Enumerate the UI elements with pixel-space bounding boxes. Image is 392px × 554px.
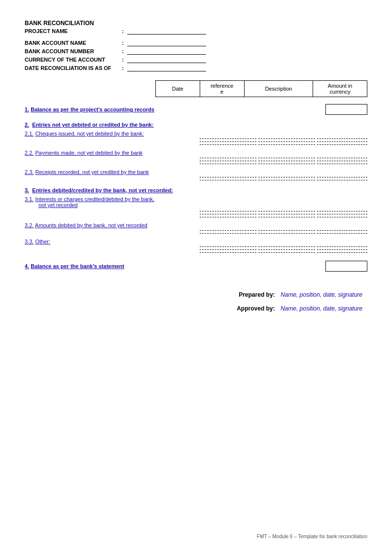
approved-value: Name, position, date, signature [281, 305, 362, 312]
page: BANK RECONCILIATION PROJECT NAME : BANK … [0, 0, 392, 554]
s33-lines [200, 246, 367, 253]
bank-account-number-label: BANK ACCOUNT NUMBER [25, 48, 118, 54]
s2-header: 2. Entries not yet debited or credited b… [25, 122, 367, 128]
s4-title: Balance as per the bank's statement [31, 263, 124, 269]
s23-num: 2.3. [25, 169, 34, 175]
s32-title: Amounts debited by the bank, not yet rec… [35, 222, 147, 228]
s33-title: Other: [35, 239, 50, 244]
s31-title: Interests or charges credited/debited by… [35, 196, 154, 202]
s21-title: Cheques issued, not yet debited by the b… [35, 131, 143, 137]
bank-account-number-row: BANK ACCOUNT NUMBER : [25, 48, 367, 55]
column-headers: Date reference e Description Amount in c… [25, 80, 367, 97]
prepared-row: Prepared by: Name, position, date, signa… [25, 291, 362, 298]
col-amount: Amount in currency [313, 81, 367, 97]
s1-balance-box[interactable] [325, 104, 367, 115]
bank-account-name-label: BANK ACCOUNT NAME [25, 40, 118, 46]
header-table: Date reference e Description Amount in c… [155, 80, 367, 97]
approved-label: Approved by: [237, 305, 275, 312]
footer: FMT – Module 6 – Template for bank recon… [257, 534, 367, 539]
s22-num: 2.2. [25, 150, 34, 156]
date-input[interactable] [127, 65, 206, 71]
s32-num: 3.2. [25, 222, 34, 228]
s2-num: 2. [25, 122, 29, 128]
s33-subsection: 3.3. Other: [25, 239, 367, 244]
bank-account-name-row: BANK ACCOUNT NAME : [25, 39, 367, 46]
project-name-input[interactable] [127, 28, 206, 35]
project-name-label: PROJECT NAME [25, 28, 118, 34]
s3-title: Entries debited/credited by the bank, no… [32, 187, 173, 193]
s1-title: Balance as per the project's accounting … [31, 106, 154, 112]
section-1-row: 1. Balance as per the project's accounti… [25, 104, 367, 115]
s31-subsection: 3.1. Interests or charges credited/debit… [25, 196, 367, 208]
s22-subsection: 2.2. Payments made, not yet debited by t… [25, 150, 367, 156]
s33-num: 3.3. [25, 239, 34, 244]
header-section: BANK RECONCILIATION PROJECT NAME : BANK … [25, 20, 367, 71]
section-2: 2. Entries not yet debited or credited b… [25, 122, 367, 180]
bank-account-number-input[interactable] [127, 48, 206, 55]
s31-title2: not yet recorded [38, 202, 78, 208]
s22-lines [200, 158, 367, 164]
col-description: Description [244, 81, 313, 97]
currency-row: CURRENCY OF THE ACCOUNT : [25, 56, 367, 63]
s1-num: 1. [25, 106, 29, 112]
project-name-row: PROJECT NAME : [25, 28, 367, 35]
s3-num: 3. [25, 187, 29, 193]
s2-title: Entries not yet debited or credited by t… [32, 122, 153, 128]
date-row: DATE RECONCILIATION IS AS OF : [25, 65, 367, 71]
s31-num: 3.1. [25, 196, 34, 202]
date-label: DATE RECONCILIATION IS AS OF [25, 65, 118, 71]
s23-lines [200, 177, 367, 180]
main-title: BANK RECONCILIATION [25, 20, 367, 27]
s21-lines [200, 138, 367, 145]
bank-account-name-input[interactable] [127, 39, 206, 46]
s23-title: Receipts recorded, not yet credited by t… [35, 169, 149, 175]
signature-section: Prepared by: Name, position, date, signa… [25, 291, 367, 312]
s22-title: Payments made, not yet debited by the ba… [35, 150, 143, 156]
s4-num: 4. [25, 263, 29, 269]
s21-subsection: 2.1. Cheques issued, not yet debited by … [25, 131, 367, 137]
s4-balance-box[interactable] [325, 261, 367, 272]
col-date: Date [156, 81, 200, 97]
section-4-row: 4. Balance as per the bank's statement [25, 261, 367, 272]
s32-subsection: 3.2. Amounts debited by the bank, not ye… [25, 222, 367, 228]
s32-lines [200, 230, 367, 234]
s23-subsection: 2.3. Receipts recorded, not yet credited… [25, 169, 367, 175]
prepared-value: Name, position, date, signature [281, 291, 362, 298]
currency-label: CURRENCY OF THE ACCOUNT [25, 57, 118, 63]
s21-num: 2.1. [25, 131, 34, 137]
col-reference: reference e [200, 81, 244, 97]
approved-row: Approved by: Name, position, date, signa… [25, 305, 362, 312]
s3-header: 3. Entries debited/credited by the bank,… [25, 187, 367, 193]
section-3: 3. Entries debited/credited by the bank,… [25, 187, 367, 253]
prepared-label: Prepared by: [239, 291, 275, 298]
s31-lines [200, 211, 367, 217]
currency-input[interactable] [127, 56, 206, 63]
